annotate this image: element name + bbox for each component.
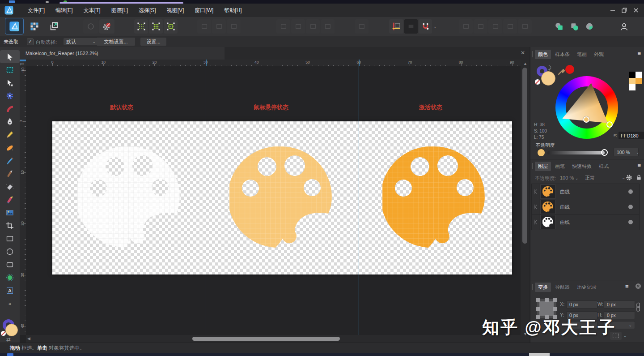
palette-icon-active-state[interactable] [382,146,486,250]
tab-color-2[interactable]: 笔画 [574,50,590,59]
toolbar-button-disabled[interactable] [518,19,532,34]
close-button[interactable] [632,7,640,14]
blend-mode-dropdown[interactable]: 正常 ⌄ [583,174,627,182]
anchor-point-selector[interactable] [537,299,556,318]
scroll-left-arrow-icon[interactable]: ◀ [27,336,30,341]
layer-settings-gear-icon[interactable] [625,174,633,181]
horizontal-ruler[interactable]: 0102030405060708090 [26,60,521,67]
layer-thumbnail[interactable] [540,200,555,214]
toolbar-button-disabled[interactable] [212,19,226,34]
toolbar-button-disabled[interactable] [488,19,502,34]
vertical-scroll-thumb[interactable] [522,68,527,244]
snapping-grid-button-3[interactable] [164,19,178,34]
layer-name[interactable]: 曲线 [560,219,570,226]
tab-layers-2[interactable]: 快速特效 [569,162,595,171]
point-transform-tool[interactable] [0,89,20,102]
pixel-persona-button[interactable] [26,18,43,34]
rectangle-tool[interactable] [0,232,20,245]
designer-persona-button[interactable] [5,18,23,34]
transform-panel-close-icon[interactable] [635,283,641,289]
layer-visibility-dot[interactable] [628,220,633,224]
palette-icon-hover-state[interactable] [229,146,333,250]
menu-item-2[interactable]: 文本[T] [78,4,106,17]
toolbar-button-disabled[interactable] [227,19,241,34]
snapping-options-chevron[interactable]: ⌄ [433,24,437,29]
toolbar-button-disabled[interactable] [276,19,290,34]
pasteboard[interactable]: 默认状态鼠标悬停状态激活状态 [26,66,521,335]
canvas-document[interactable] [52,121,512,275]
layer-row-1[interactable]: 曲线 [531,199,640,215]
account-button[interactable] [616,19,631,34]
vertical-ruler[interactable]: -10010203040 [20,66,26,335]
fill-color-swatch[interactable] [5,324,18,336]
layer-clip-handle[interactable] [532,214,539,230]
transform-field-input[interactable]: 0 px [566,300,597,309]
snapping-magnet-button[interactable] [419,19,432,34]
opacity-slider[interactable] [547,151,605,154]
tab-color-1[interactable]: 样本条 [552,50,573,59]
tab-color-3[interactable]: 外观 [591,50,607,59]
ellipse-tool[interactable] [0,245,20,258]
transform-panel-menu-icon[interactable]: ≡ [625,283,629,290]
knife-tool[interactable] [0,167,20,180]
toolbar-button-disabled[interactable] [291,19,305,34]
layer-visibility-dot[interactable] [628,189,633,194]
vector-crop-tool[interactable] [0,219,20,232]
toolbar-button-disabled[interactable] [83,19,98,34]
layer-name[interactable]: 曲线 [560,189,570,195]
toolbar-button-disabled[interactable] [321,19,335,34]
rounded-rectangle-tool[interactable] [0,258,20,271]
guides-manager-button[interactable] [389,19,403,34]
opacity-value-field[interactable]: 100 % [614,148,639,156]
wheel-hue-knob[interactable] [606,121,613,128]
vector-brush-tool[interactable] [0,141,20,154]
toolbar-button-disabled[interactable] [459,19,473,34]
scroll-up-arrow-icon[interactable]: ▲ [523,61,527,66]
layer-thumbnail[interactable] [540,215,555,229]
menu-item-0[interactable]: 文件[F] [22,4,50,17]
menu-item-1[interactable]: 编辑[E] [50,4,78,17]
paint-brush-tool[interactable] [0,154,20,167]
pencil-tool[interactable] [0,128,20,141]
layer-row-2[interactable]: 曲线 [531,214,640,230]
layer-visibility-dot[interactable] [628,205,633,209]
menu-item-7[interactable]: 帮助[H] [219,4,247,17]
guide-line-60px[interactable] [359,66,359,335]
assistant-settings-button[interactable] [99,19,114,34]
menu-item-3[interactable]: 图层[L] [106,4,133,17]
boolean-intersect-button[interactable] [582,19,597,34]
pressed-toggle-button[interactable] [404,19,418,34]
transform-field-input[interactable]: 0 px [604,300,635,309]
move-tool[interactable] [0,50,20,63]
toolbar-button-disabled[interactable] [306,19,320,34]
minimize-button[interactable] [609,7,616,14]
snapping-grid-button-2[interactable] [149,19,163,34]
tab-transform-1[interactable]: 导航器 [552,283,573,292]
toolbar-button-disabled[interactable] [503,19,517,34]
color-panel-menu-icon[interactable]: ≡ [637,50,641,57]
document-setup-button[interactable]: 文档设置... [97,38,135,46]
toolbar-button-disabled[interactable] [197,19,211,34]
palette-icon-default-state[interactable] [77,146,181,250]
corner-tool[interactable] [0,102,20,115]
panel-no-color-swatch[interactable] [535,79,540,85]
boolean-add-button[interactable] [552,19,566,34]
auto-select-dropdown[interactable]: 默认⌄ [64,38,98,45]
tab-layers-3[interactable]: 样式 [596,162,612,171]
more-tools[interactable]: » [0,297,20,310]
opacity-slider-knob[interactable] [601,149,608,156]
vertical-scrollbar[interactable]: ▲ ▼ [521,60,530,343]
tab-color-0[interactable]: 颜色 [535,50,551,59]
hex-input[interactable]: FFD180 [619,132,644,139]
horizontal-scrollbar[interactable]: ◀ [26,335,521,343]
toolbar-button-disabled[interactable] [474,19,487,34]
swap-fill-stroke-icon[interactable]: ⤸ [548,65,551,71]
export-persona-button[interactable] [46,18,63,34]
auto-select-checkbox[interactable]: ✓ [27,39,34,45]
tab-transform-0[interactable]: 变换 [535,283,551,292]
restore-button[interactable] [621,7,628,14]
guide-line-30px[interactable] [206,66,206,335]
layers-panel-menu-icon[interactable]: ≡ [637,162,641,169]
document-tab[interactable]: MakeIcon_for_Reaper (1522.2%) [20,47,225,60]
pen-tool[interactable] [0,115,20,128]
